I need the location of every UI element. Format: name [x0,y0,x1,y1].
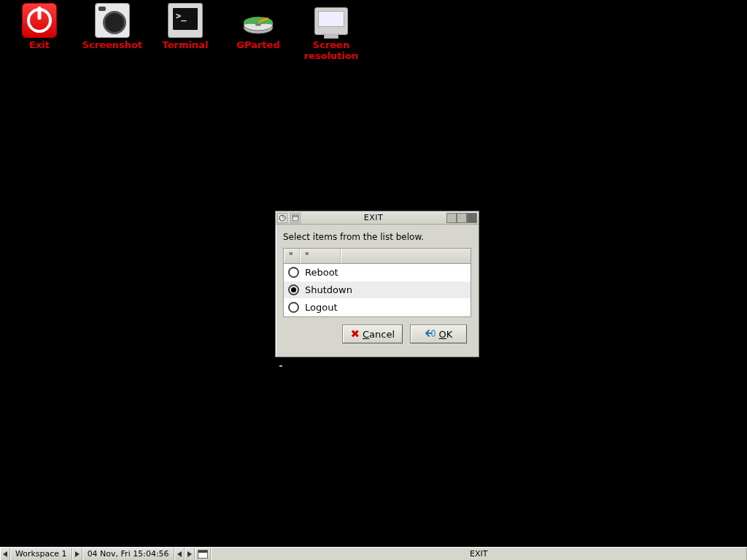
close-button[interactable] [467,213,477,223]
desktop-icon-label: Terminal [163,39,209,50]
svg-rect-4 [293,215,298,221]
taskbar: Workspace 1 04 Nov, Fri 15:04:56 EXIT [0,547,747,560]
triangle-left-icon [177,551,182,557]
list-header-cell[interactable]: " [284,249,300,263]
taskbar-clock: 04 Nov, Fri 15:04:56 [82,548,174,560]
terminal-icon [168,3,203,38]
camera-icon [95,3,130,38]
option-shutdown[interactable]: Shutdown [284,281,471,299]
desktop-icon-label: GParted [236,39,279,50]
workspace-next-button[interactable] [72,548,82,560]
ok-icon [425,328,436,341]
radio-icon [288,284,299,295]
svg-point-2 [255,23,261,26]
dialog-title: EXIT [303,213,444,222]
desktop-icons: Exit Screenshot Terminal GParted Screen … [6,3,365,61]
list-header-cell[interactable] [341,249,471,263]
svg-rect-6 [432,330,435,336]
option-logout[interactable]: Logout [284,299,471,316]
dialog-instruction: Select items from the list below. [283,232,471,242]
desktop-icon-exit[interactable]: Exit [6,3,73,61]
window-buttons [446,213,477,223]
maximize-button[interactable] [457,213,467,223]
window-list-icon [198,550,208,559]
option-label: Logout [305,302,338,313]
option-label: Reboot [305,267,338,278]
workspace-label[interactable]: Workspace 1 [10,548,72,560]
list-header-cell[interactable]: " [300,249,341,263]
desktop-icon-screenres[interactable]: Screen resolution [298,3,365,61]
taskbar-task-exit[interactable]: EXIT [211,548,747,560]
desktop-icon-screenshot[interactable]: Screenshot [79,3,146,61]
dialog-titlebar[interactable]: EXIT [276,211,479,225]
radio-icon [288,267,299,278]
dialog-buttons: ✖ Cancel OK [283,317,471,349]
desktop-icon-gparted[interactable]: GParted [225,3,292,61]
tasklist-next-button[interactable] [185,548,195,560]
minimize-button[interactable] [446,213,457,223]
window-list-icon[interactable] [290,213,301,223]
workspace-prev-button[interactable] [0,548,10,560]
artifact [279,365,282,367]
exit-dialog: EXIT Select items from the list below. "… [275,211,479,357]
radio-icon [288,302,299,313]
triangle-left-icon [3,551,7,557]
desktop-icon-label: Exit [29,39,50,50]
power-icon [22,3,57,38]
desktop-icon-label: Screen resolution [298,39,365,61]
triangle-right-icon [187,551,192,557]
list-header: " " [283,248,471,264]
window-menu-icon[interactable] [277,213,287,223]
option-reboot[interactable]: Reboot [284,264,471,281]
ok-button[interactable]: OK [410,324,467,343]
monitor-icon [314,7,348,35]
option-list: Reboot Shutdown Logout [283,264,471,317]
tasklist-prev-button[interactable] [174,548,185,560]
tray-button[interactable] [195,548,211,560]
desktop-icon-label: Screenshot [82,39,143,50]
desktop-icon-terminal[interactable]: Terminal [152,3,219,61]
cancel-icon: ✖ [350,327,360,341]
option-label: Shutdown [305,284,352,295]
cancel-button[interactable]: ✖ Cancel [342,324,403,343]
disk-icon [241,3,276,38]
triangle-right-icon [75,551,80,557]
